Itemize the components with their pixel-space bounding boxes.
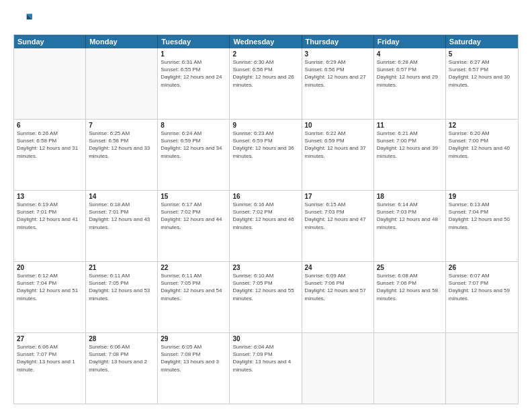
cell-info: Sunrise: 6:05 AMSunset: 7:08 PMDaylight:… bbox=[161, 343, 226, 373]
calendar-week-2: 6Sunrise: 6:26 AMSunset: 6:58 PMDaylight… bbox=[14, 120, 518, 191]
day-number: 21 bbox=[89, 264, 154, 271]
day-number: 10 bbox=[305, 122, 371, 129]
calendar-cell-day-18: 18Sunrise: 6:14 AMSunset: 7:03 PMDayligh… bbox=[374, 191, 446, 261]
day-number: 18 bbox=[377, 193, 443, 200]
day-number: 7 bbox=[89, 122, 154, 129]
day-number: 17 bbox=[305, 193, 371, 200]
cell-info: Sunrise: 6:25 AMSunset: 6:58 PMDaylight:… bbox=[89, 130, 154, 160]
cell-info: Sunrise: 6:04 AMSunset: 7:09 PMDaylight:… bbox=[232, 343, 298, 373]
cell-info: Sunrise: 6:27 AMSunset: 6:57 PMDaylight:… bbox=[449, 58, 515, 89]
calendar: SundayMondayTuesdayWednesdayThursdayFrid… bbox=[13, 34, 519, 404]
calendar-cell-day-29: 29Sunrise: 6:05 AMSunset: 7:08 PMDayligh… bbox=[158, 333, 230, 404]
day-number: 1 bbox=[161, 50, 226, 58]
day-header-tuesday: Tuesday bbox=[158, 35, 230, 48]
cell-info: Sunrise: 6:29 AMSunset: 6:56 PMDaylight:… bbox=[305, 58, 371, 89]
calendar-cell-day-27: 27Sunrise: 6:06 AMSunset: 7:07 PMDayligh… bbox=[14, 333, 86, 404]
day-header-friday: Friday bbox=[374, 35, 446, 48]
calendar-cell-day-23: 23Sunrise: 6:10 AMSunset: 7:05 PMDayligh… bbox=[230, 262, 302, 332]
cell-info: Sunrise: 6:31 AMSunset: 6:55 PMDaylight:… bbox=[161, 58, 226, 89]
calendar-cell-day-1: 1Sunrise: 6:31 AMSunset: 6:55 PMDaylight… bbox=[158, 48, 230, 119]
day-number: 29 bbox=[161, 335, 226, 342]
cell-info: Sunrise: 6:10 AMSunset: 7:05 PMDaylight:… bbox=[232, 272, 298, 302]
cell-info: Sunrise: 6:08 AMSunset: 7:06 PMDaylight:… bbox=[377, 272, 443, 302]
day-number: 20 bbox=[17, 264, 83, 271]
day-number: 5 bbox=[449, 50, 515, 58]
calendar-week-4: 20Sunrise: 6:12 AMSunset: 7:04 PMDayligh… bbox=[14, 262, 518, 333]
day-header-saturday: Saturday bbox=[446, 35, 518, 48]
calendar-cell-day-21: 21Sunrise: 6:11 AMSunset: 7:05 PMDayligh… bbox=[86, 262, 158, 332]
calendar-cell-day-11: 11Sunrise: 6:21 AMSunset: 7:00 PMDayligh… bbox=[374, 120, 446, 190]
cell-info: Sunrise: 6:20 AMSunset: 7:00 PMDaylight:… bbox=[449, 130, 515, 160]
cell-info: Sunrise: 6:19 AMSunset: 7:01 PMDaylight:… bbox=[17, 201, 83, 231]
cell-info: Sunrise: 6:30 AMSunset: 6:56 PMDaylight:… bbox=[232, 58, 298, 89]
calendar-cell-day-2: 2Sunrise: 6:30 AMSunset: 6:56 PMDaylight… bbox=[230, 48, 302, 119]
cell-info: Sunrise: 6:26 AMSunset: 6:58 PMDaylight:… bbox=[17, 130, 83, 160]
calendar-cell-day-20: 20Sunrise: 6:12 AMSunset: 7:04 PMDayligh… bbox=[14, 262, 86, 332]
cell-info: Sunrise: 6:17 AMSunset: 7:02 PMDaylight:… bbox=[161, 201, 226, 231]
calendar-cell-day-17: 17Sunrise: 6:15 AMSunset: 7:03 PMDayligh… bbox=[302, 191, 374, 261]
calendar-cell-empty bbox=[86, 48, 158, 119]
logo bbox=[13, 10, 35, 29]
day-header-monday: Monday bbox=[86, 35, 158, 48]
calendar-cell-day-7: 7Sunrise: 6:25 AMSunset: 6:58 PMDaylight… bbox=[86, 120, 158, 190]
calendar-cell-day-19: 19Sunrise: 6:13 AMSunset: 7:04 PMDayligh… bbox=[446, 191, 518, 261]
day-number: 19 bbox=[449, 193, 515, 200]
calendar-cell-day-3: 3Sunrise: 6:29 AMSunset: 6:56 PMDaylight… bbox=[302, 48, 374, 119]
calendar-cell-day-25: 25Sunrise: 6:08 AMSunset: 7:06 PMDayligh… bbox=[374, 262, 446, 332]
day-number: 28 bbox=[89, 335, 154, 342]
header bbox=[13, 10, 519, 29]
calendar-cell-day-28: 28Sunrise: 6:06 AMSunset: 7:08 PMDayligh… bbox=[86, 333, 158, 404]
day-number: 3 bbox=[305, 50, 371, 58]
calendar-week-5: 27Sunrise: 6:06 AMSunset: 7:07 PMDayligh… bbox=[14, 333, 518, 404]
cell-info: Sunrise: 6:24 AMSunset: 6:59 PMDaylight:… bbox=[161, 130, 226, 160]
day-number: 30 bbox=[232, 335, 298, 342]
calendar-cell-day-9: 9Sunrise: 6:23 AMSunset: 6:59 PMDaylight… bbox=[230, 120, 302, 190]
cell-info: Sunrise: 6:11 AMSunset: 7:05 PMDaylight:… bbox=[89, 272, 154, 302]
day-number: 6 bbox=[17, 122, 83, 129]
calendar-cell-day-14: 14Sunrise: 6:18 AMSunset: 7:01 PMDayligh… bbox=[86, 191, 158, 261]
cell-info: Sunrise: 6:14 AMSunset: 7:03 PMDaylight:… bbox=[377, 201, 443, 231]
day-number: 14 bbox=[89, 193, 154, 200]
day-number: 25 bbox=[377, 264, 443, 271]
calendar-cell-day-6: 6Sunrise: 6:26 AMSunset: 6:58 PMDaylight… bbox=[14, 120, 86, 190]
cell-info: Sunrise: 6:23 AMSunset: 6:59 PMDaylight:… bbox=[232, 130, 298, 160]
day-number: 26 bbox=[449, 264, 515, 271]
day-number: 12 bbox=[449, 122, 515, 129]
day-number: 22 bbox=[161, 264, 226, 271]
cell-info: Sunrise: 6:28 AMSunset: 6:57 PMDaylight:… bbox=[377, 58, 443, 89]
calendar-cell-day-26: 26Sunrise: 6:07 AMSunset: 7:07 PMDayligh… bbox=[446, 262, 518, 332]
cell-info: Sunrise: 6:18 AMSunset: 7:01 PMDaylight:… bbox=[89, 201, 154, 231]
calendar-week-3: 13Sunrise: 6:19 AMSunset: 7:01 PMDayligh… bbox=[14, 191, 518, 262]
day-header-sunday: Sunday bbox=[14, 35, 86, 48]
day-header-wednesday: Wednesday bbox=[230, 35, 302, 48]
calendar-cell-day-16: 16Sunrise: 6:16 AMSunset: 7:02 PMDayligh… bbox=[230, 191, 302, 261]
cell-info: Sunrise: 6:16 AMSunset: 7:02 PMDaylight:… bbox=[232, 201, 298, 231]
calendar-cell-day-12: 12Sunrise: 6:20 AMSunset: 7:00 PMDayligh… bbox=[446, 120, 518, 190]
calendar-cell-day-10: 10Sunrise: 6:22 AMSunset: 6:59 PMDayligh… bbox=[302, 120, 374, 190]
calendar-header-row: SundayMondayTuesdayWednesdayThursdayFrid… bbox=[14, 35, 518, 48]
day-header-thursday: Thursday bbox=[302, 35, 374, 48]
calendar-cell-empty bbox=[446, 333, 518, 404]
logo-icon bbox=[13, 10, 32, 29]
day-number: 2 bbox=[232, 50, 298, 58]
day-number: 15 bbox=[161, 193, 226, 200]
cell-info: Sunrise: 6:06 AMSunset: 7:08 PMDaylight:… bbox=[89, 343, 154, 373]
day-number: 27 bbox=[17, 335, 83, 342]
cell-info: Sunrise: 6:09 AMSunset: 7:06 PMDaylight:… bbox=[305, 272, 371, 302]
day-number: 9 bbox=[232, 122, 298, 129]
day-number: 13 bbox=[17, 193, 83, 200]
calendar-cell-day-15: 15Sunrise: 6:17 AMSunset: 7:02 PMDayligh… bbox=[158, 191, 230, 261]
calendar-body: 1Sunrise: 6:31 AMSunset: 6:55 PMDaylight… bbox=[14, 48, 518, 404]
calendar-cell-empty bbox=[374, 333, 446, 404]
day-number: 23 bbox=[232, 264, 298, 271]
calendar-cell-day-22: 22Sunrise: 6:11 AMSunset: 7:05 PMDayligh… bbox=[158, 262, 230, 332]
cell-info: Sunrise: 6:12 AMSunset: 7:04 PMDaylight:… bbox=[17, 272, 83, 302]
day-number: 24 bbox=[305, 264, 371, 271]
cell-info: Sunrise: 6:13 AMSunset: 7:04 PMDaylight:… bbox=[449, 201, 515, 231]
cell-info: Sunrise: 6:07 AMSunset: 7:07 PMDaylight:… bbox=[449, 272, 515, 302]
calendar-cell-day-24: 24Sunrise: 6:09 AMSunset: 7:06 PMDayligh… bbox=[302, 262, 374, 332]
page: SundayMondayTuesdayWednesdayThursdayFrid… bbox=[0, 0, 532, 411]
cell-info: Sunrise: 6:22 AMSunset: 6:59 PMDaylight:… bbox=[305, 130, 371, 160]
calendar-cell-day-8: 8Sunrise: 6:24 AMSunset: 6:59 PMDaylight… bbox=[158, 120, 230, 190]
calendar-week-1: 1Sunrise: 6:31 AMSunset: 6:55 PMDaylight… bbox=[14, 48, 518, 120]
